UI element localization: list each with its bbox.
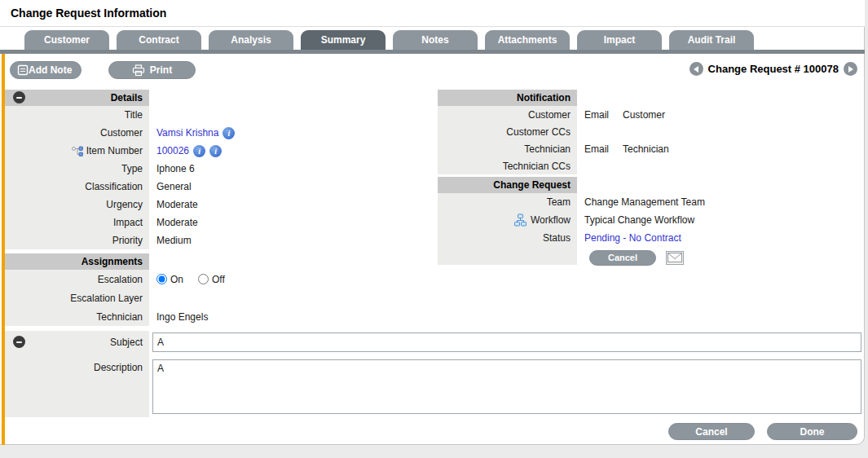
field-row-technician-ccs: Technician CCs <box>438 157 864 174</box>
notify-technician-label: Technician <box>438 140 577 157</box>
assignments-header: Assignments <box>5 253 149 270</box>
notify-customer-value: Customer <box>623 109 665 121</box>
tab-audit-trail[interactable]: Audit Trail <box>669 30 754 50</box>
notify-customer-label: Customer <box>438 106 577 123</box>
item-number-link[interactable]: 100026 <box>156 145 189 156</box>
field-row-team: Team Change Management Team <box>438 193 864 211</box>
status-cancel-button[interactable]: Cancel <box>589 250 656 266</box>
print-label: Print <box>150 64 172 76</box>
notification-header: Notification <box>438 90 577 106</box>
subject-label: Subject <box>110 337 143 348</box>
technician-ccs-label: Technician CCs <box>438 157 577 174</box>
escalation-on-label: On <box>170 274 183 285</box>
description-label: Description <box>94 362 143 373</box>
notify-customer-method: Email <box>584 109 619 121</box>
printer-icon <box>132 64 145 77</box>
tab-analysis[interactable]: Analysis <box>209 30 293 50</box>
status-actions-spacer <box>438 247 577 265</box>
escalation-layer-label: Escalation Layer <box>5 288 149 307</box>
customer-link[interactable]: Vamsi Krishna <box>156 127 218 139</box>
status-label: Status <box>438 229 577 247</box>
field-row-status: Status Pending - No Contract <box>438 229 864 247</box>
description-textarea[interactable]: A <box>152 359 861 414</box>
email-button[interactable] <box>666 251 684 265</box>
escalation-on-radio[interactable] <box>156 274 167 284</box>
field-row-status-actions: Cancel <box>438 247 864 265</box>
change-request-header-row: Change Request <box>438 177 864 193</box>
impact-label: Impact <box>5 214 149 231</box>
tab-attachments[interactable]: Attachments <box>485 30 570 50</box>
tab-strip: Customer Contract Analysis Summary Notes… <box>0 30 865 50</box>
field-row-technician: Technician Ingo Engels <box>5 307 575 326</box>
escalation-on-option[interactable]: On <box>156 274 183 285</box>
escalation-label: Escalation <box>5 270 149 288</box>
print-button[interactable]: Print <box>108 61 196 79</box>
type-label: Type <box>5 160 149 178</box>
tab-notes[interactable]: Notes <box>393 30 478 50</box>
main-panel: Change Request Information Customer Cont… <box>0 0 865 445</box>
tab-impact[interactable]: Impact <box>577 30 662 50</box>
escalation-off-option[interactable]: Off <box>198 274 225 285</box>
chevron-right-circle-icon[interactable] <box>844 62 857 76</box>
team-label: Team <box>438 193 577 211</box>
escalation-off-label: Off <box>212 274 225 285</box>
collapse-details-icon[interactable] <box>13 91 25 103</box>
tab-strip-underline <box>0 50 865 54</box>
classification-label: Classification <box>5 178 149 196</box>
done-button[interactable]: Done <box>767 423 857 440</box>
item-relationship-icon <box>71 145 83 157</box>
change-request-header: Change Request <box>438 177 577 193</box>
tab-summary[interactable]: Summary <box>301 30 386 50</box>
envelope-icon <box>668 253 682 262</box>
record-nav-label: Change Request # 100078 <box>708 63 839 75</box>
field-row-notify-technician: Technician Email Technician <box>438 140 864 157</box>
collapse-message-icon[interactable] <box>13 336 25 348</box>
item-number-label: Item Number <box>86 145 143 156</box>
note-icon <box>17 64 29 76</box>
notify-technician-value: Technician <box>623 143 669 155</box>
field-row-escalation-layer: Escalation Layer <box>5 288 575 307</box>
technician-value: Ingo Engels <box>149 311 575 323</box>
notification-header-row: Notification <box>438 90 864 106</box>
tab-contract[interactable]: Contract <box>117 30 201 50</box>
urgency-label: Urgency <box>5 196 149 214</box>
page-title: Change Request Information <box>0 0 865 27</box>
record-navigator: Change Request # 100078 <box>690 62 857 76</box>
escalation-off-radio[interactable] <box>198 274 209 284</box>
field-row-customer-ccs: Customer CCs <box>438 123 864 140</box>
item-info-icon[interactable]: i <box>193 145 205 157</box>
workflow-value: Typical Change Workflow <box>577 214 864 226</box>
notify-technician-method: Email <box>584 143 619 155</box>
field-row-escalation: Escalation On Off <box>5 270 575 288</box>
item-info-icon-2[interactable]: i <box>209 145 222 157</box>
field-row-notify-customer: Customer Email Customer <box>438 106 864 123</box>
customer-ccs-label: Customer CCs <box>438 123 577 140</box>
message-label-column: Subject Description <box>5 331 149 417</box>
workflow-diagram-icon[interactable] <box>513 214 527 227</box>
customer-label: Customer <box>5 124 149 142</box>
field-row-workflow: Workflow Typical Change Workflow <box>438 211 864 229</box>
status-link[interactable]: Pending - No Contract <box>584 232 681 244</box>
customer-info-icon[interactable]: i <box>223 127 235 139</box>
team-value: Change Management Team <box>577 196 864 208</box>
add-note-label: Add Note <box>29 64 72 76</box>
chevron-left-circle-icon[interactable] <box>690 62 703 76</box>
title-label: Title <box>5 106 149 124</box>
workflow-label: Workflow <box>531 214 571 226</box>
notification-panel: Notification Customer Email Customer Cus… <box>438 90 864 265</box>
subject-input[interactable] <box>152 332 861 352</box>
priority-label: Priority <box>5 231 149 249</box>
change-request-page: Change Request Information Customer Cont… <box>0 0 868 458</box>
technician-label: Technician <box>5 307 149 326</box>
cancel-button[interactable]: Cancel <box>668 423 755 440</box>
tab-customer[interactable]: Customer <box>24 30 109 50</box>
add-note-button[interactable]: Add Note <box>10 61 82 79</box>
details-header: Details <box>5 90 149 106</box>
